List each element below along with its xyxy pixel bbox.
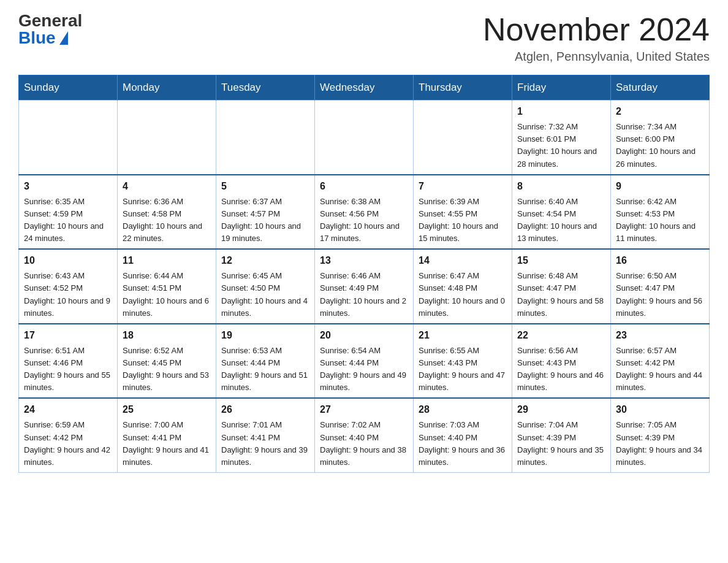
day-number: 29 [517, 402, 605, 417]
day-info: Sunrise: 6:42 AM Sunset: 4:53 PM Dayligh… [616, 196, 704, 245]
day-number: 10 [24, 253, 112, 268]
day-info: Sunrise: 7:03 AM Sunset: 4:40 PM Dayligh… [419, 419, 507, 469]
day-info: Sunrise: 6:46 AM Sunset: 4:49 PM Dayligh… [320, 270, 408, 320]
day-number: 11 [123, 253, 211, 268]
logo-triangle-icon [59, 31, 68, 45]
day-number: 17 [24, 328, 112, 343]
day-info: Sunrise: 6:47 AM Sunset: 4:48 PM Dayligh… [419, 270, 507, 320]
day-number: 25 [123, 402, 211, 417]
calendar-cell [315, 101, 414, 175]
day-number: 5 [221, 179, 309, 194]
calendar-week-row: 24Sunrise: 6:59 AM Sunset: 4:42 PM Dayli… [19, 398, 710, 472]
calendar-week-row: 1Sunrise: 7:32 AM Sunset: 6:01 PM Daylig… [19, 101, 710, 175]
day-number: 20 [320, 328, 408, 343]
day-info: Sunrise: 6:40 AM Sunset: 4:54 PM Dayligh… [517, 196, 605, 245]
day-info: Sunrise: 6:48 AM Sunset: 4:47 PM Dayligh… [517, 270, 605, 320]
day-info: Sunrise: 6:59 AM Sunset: 4:42 PM Dayligh… [24, 419, 112, 469]
calendar-cell: 19Sunrise: 6:53 AM Sunset: 4:44 PM Dayli… [216, 324, 315, 399]
day-info: Sunrise: 6:56 AM Sunset: 4:43 PM Dayligh… [517, 345, 605, 394]
calendar-cell: 17Sunrise: 6:51 AM Sunset: 4:46 PM Dayli… [19, 324, 118, 399]
day-of-week-header: Tuesday [216, 75, 315, 101]
day-info: Sunrise: 6:53 AM Sunset: 4:44 PM Dayligh… [221, 345, 309, 394]
day-number: 4 [123, 179, 211, 194]
calendar-cell [414, 101, 512, 175]
day-info: Sunrise: 6:44 AM Sunset: 4:51 PM Dayligh… [123, 270, 211, 320]
day-of-week-header: Saturday [611, 75, 710, 101]
day-info: Sunrise: 7:04 AM Sunset: 4:39 PM Dayligh… [517, 419, 605, 469]
day-number: 30 [616, 402, 704, 417]
calendar-cell: 22Sunrise: 6:56 AM Sunset: 4:43 PM Dayli… [512, 324, 611, 399]
calendar-cell [216, 101, 315, 175]
calendar-cell: 2Sunrise: 7:34 AM Sunset: 6:00 PM Daylig… [611, 101, 710, 175]
month-title: November 2024 [483, 12, 710, 47]
calendar-cell: 9Sunrise: 6:42 AM Sunset: 4:53 PM Daylig… [611, 175, 710, 250]
calendar-cell: 21Sunrise: 6:55 AM Sunset: 4:43 PM Dayli… [414, 324, 512, 399]
day-number: 19 [221, 328, 309, 343]
calendar-cell: 13Sunrise: 6:46 AM Sunset: 4:49 PM Dayli… [315, 249, 414, 324]
calendar-cell: 29Sunrise: 7:04 AM Sunset: 4:39 PM Dayli… [512, 398, 611, 472]
calendar-cell: 23Sunrise: 6:57 AM Sunset: 4:42 PM Dayli… [611, 324, 710, 399]
location-text: Atglen, Pennsylvania, United States [483, 50, 710, 64]
calendar-cell: 27Sunrise: 7:02 AM Sunset: 4:40 PM Dayli… [315, 398, 414, 472]
day-number: 23 [616, 328, 704, 343]
calendar-cell: 5Sunrise: 6:37 AM Sunset: 4:57 PM Daylig… [216, 175, 315, 250]
day-info: Sunrise: 6:52 AM Sunset: 4:45 PM Dayligh… [123, 345, 211, 394]
calendar-table: SundayMondayTuesdayWednesdayThursdayFrid… [18, 75, 710, 473]
day-number: 24 [24, 402, 112, 417]
day-number: 9 [616, 179, 704, 194]
calendar-cell: 1Sunrise: 7:32 AM Sunset: 6:01 PM Daylig… [512, 101, 611, 175]
page-header: General Blue November 2024 Atglen, Penns… [18, 12, 710, 64]
calendar-cell: 3Sunrise: 6:35 AM Sunset: 4:59 PM Daylig… [19, 175, 118, 250]
day-info: Sunrise: 6:54 AM Sunset: 4:44 PM Dayligh… [320, 345, 408, 394]
title-section: November 2024 Atglen, Pennsylvania, Unit… [483, 12, 710, 64]
day-number: 28 [419, 402, 507, 417]
day-number: 1 [517, 104, 605, 119]
calendar-week-row: 10Sunrise: 6:43 AM Sunset: 4:52 PM Dayli… [19, 249, 710, 324]
day-number: 21 [419, 328, 507, 343]
day-number: 27 [320, 402, 408, 417]
day-info: Sunrise: 7:01 AM Sunset: 4:41 PM Dayligh… [221, 419, 309, 469]
calendar-week-row: 17Sunrise: 6:51 AM Sunset: 4:46 PM Dayli… [19, 324, 710, 399]
day-of-week-header: Friday [512, 75, 611, 101]
day-info: Sunrise: 6:50 AM Sunset: 4:47 PM Dayligh… [616, 270, 704, 320]
day-info: Sunrise: 7:34 AM Sunset: 6:00 PM Dayligh… [616, 121, 704, 170]
day-number: 14 [419, 253, 507, 268]
calendar-cell: 7Sunrise: 6:39 AM Sunset: 4:55 PM Daylig… [414, 175, 512, 250]
day-info: Sunrise: 7:00 AM Sunset: 4:41 PM Dayligh… [123, 419, 211, 469]
day-info: Sunrise: 6:37 AM Sunset: 4:57 PM Dayligh… [221, 196, 309, 245]
calendar-cell: 11Sunrise: 6:44 AM Sunset: 4:51 PM Dayli… [118, 249, 216, 324]
day-of-week-header: Sunday [19, 75, 118, 101]
calendar-cell: 16Sunrise: 6:50 AM Sunset: 4:47 PM Dayli… [611, 249, 710, 324]
day-of-week-header: Wednesday [315, 75, 414, 101]
day-info: Sunrise: 6:36 AM Sunset: 4:58 PM Dayligh… [123, 196, 211, 245]
day-number: 3 [24, 179, 112, 194]
calendar-cell: 24Sunrise: 6:59 AM Sunset: 4:42 PM Dayli… [19, 398, 118, 472]
day-number: 7 [419, 179, 507, 194]
day-info: Sunrise: 7:32 AM Sunset: 6:01 PM Dayligh… [517, 121, 605, 170]
calendar-cell: 15Sunrise: 6:48 AM Sunset: 4:47 PM Dayli… [512, 249, 611, 324]
calendar-cell: 8Sunrise: 6:40 AM Sunset: 4:54 PM Daylig… [512, 175, 611, 250]
day-number: 12 [221, 253, 309, 268]
day-info: Sunrise: 6:51 AM Sunset: 4:46 PM Dayligh… [24, 345, 112, 394]
calendar-header-row: SundayMondayTuesdayWednesdayThursdayFrid… [19, 75, 710, 101]
day-info: Sunrise: 6:57 AM Sunset: 4:42 PM Dayligh… [616, 345, 704, 394]
day-number: 15 [517, 253, 605, 268]
day-number: 16 [616, 253, 704, 268]
logo: General Blue [18, 12, 82, 47]
calendar-cell: 18Sunrise: 6:52 AM Sunset: 4:45 PM Dayli… [118, 324, 216, 399]
day-info: Sunrise: 7:05 AM Sunset: 4:39 PM Dayligh… [616, 419, 704, 469]
day-number: 2 [616, 104, 704, 119]
day-number: 8 [517, 179, 605, 194]
calendar-cell: 14Sunrise: 6:47 AM Sunset: 4:48 PM Dayli… [414, 249, 512, 324]
day-info: Sunrise: 6:55 AM Sunset: 4:43 PM Dayligh… [419, 345, 507, 394]
day-info: Sunrise: 6:39 AM Sunset: 4:55 PM Dayligh… [419, 196, 507, 245]
calendar-cell: 30Sunrise: 7:05 AM Sunset: 4:39 PM Dayli… [611, 398, 710, 472]
day-info: Sunrise: 6:45 AM Sunset: 4:50 PM Dayligh… [221, 270, 309, 320]
calendar-cell [118, 101, 216, 175]
calendar-cell: 26Sunrise: 7:01 AM Sunset: 4:41 PM Dayli… [216, 398, 315, 472]
calendar-cell: 20Sunrise: 6:54 AM Sunset: 4:44 PM Dayli… [315, 324, 414, 399]
calendar-cell: 6Sunrise: 6:38 AM Sunset: 4:56 PM Daylig… [315, 175, 414, 250]
day-number: 13 [320, 253, 408, 268]
calendar-cell: 28Sunrise: 7:03 AM Sunset: 4:40 PM Dayli… [414, 398, 512, 472]
calendar-cell: 12Sunrise: 6:45 AM Sunset: 4:50 PM Dayli… [216, 249, 315, 324]
